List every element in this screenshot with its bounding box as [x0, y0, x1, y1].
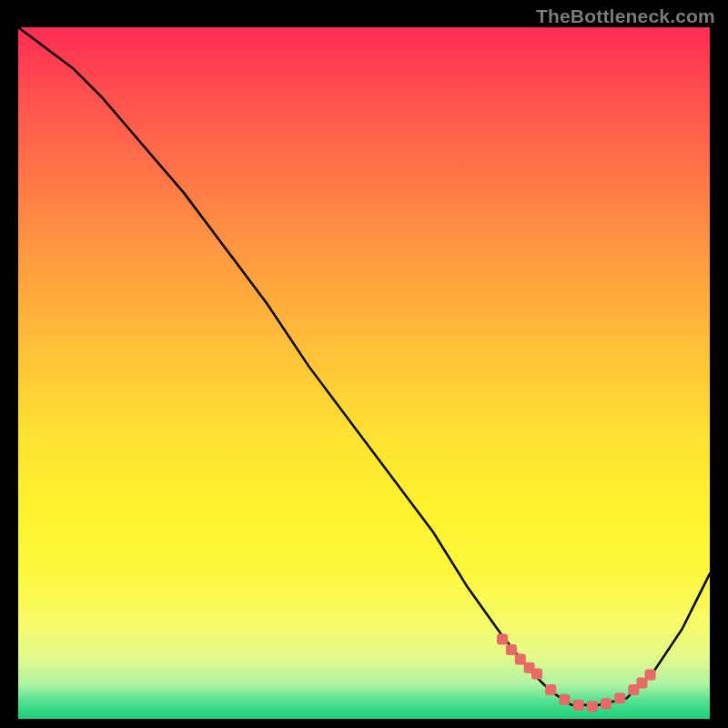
- highlight-marker: [601, 698, 612, 709]
- highlight-marker: [497, 634, 508, 645]
- highlight-marker: [645, 669, 656, 680]
- highlight-marker: [545, 684, 556, 695]
- chart-container: TheBottleneck.com: [0, 0, 728, 728]
- highlight-marker: [531, 669, 542, 680]
- bottleneck-curve: [18, 27, 710, 705]
- curve-layer: [18, 27, 710, 719]
- highlight-marker: [587, 701, 598, 712]
- attribution-text: TheBottleneck.com: [536, 5, 715, 27]
- highlight-marker: [573, 700, 584, 711]
- highlight-marker: [559, 694, 570, 705]
- highlight-markers: [497, 634, 656, 713]
- highlight-marker: [506, 644, 517, 655]
- highlight-marker: [614, 693, 625, 703]
- plot-area: [18, 27, 710, 719]
- highlight-marker: [515, 654, 526, 665]
